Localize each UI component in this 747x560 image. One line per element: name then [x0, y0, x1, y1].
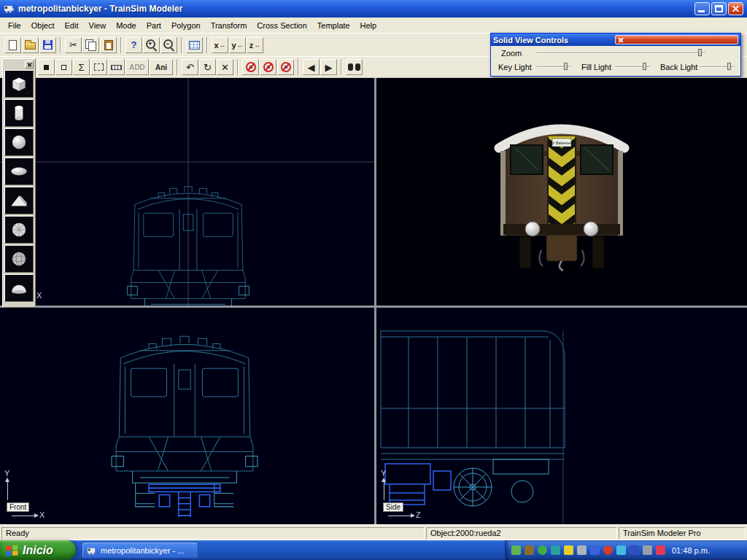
find-button[interactable] [346, 59, 363, 75]
key-light-thumb[interactable] [564, 63, 568, 70]
primitive-geosphere-button[interactable] [4, 216, 34, 244]
primitive-ellipsoid-button[interactable] [4, 158, 34, 185]
dome-icon [9, 279, 29, 298]
menu-cross-section[interactable]: Cross Section [252, 20, 311, 31]
tray-icon-1[interactable] [511, 545, 521, 555]
new-document-icon [9, 40, 17, 50]
tray-icon-3[interactable] [538, 545, 547, 555]
fill-light-thumb[interactable] [643, 63, 646, 70]
menu-help[interactable]: Help [355, 20, 382, 31]
axis-y-button[interactable]: y↔ [229, 37, 246, 53]
measure-button[interactable] [108, 59, 125, 75]
tray-icon-11[interactable] [643, 545, 652, 555]
status-bar: Ready Object:2000:rueda2 TrainSim Modele… [0, 524, 747, 540]
zoom-in-button[interactable]: + [143, 37, 160, 53]
dialog-close-button[interactable] [615, 35, 738, 44]
taskbar-app-label: metropolitanbickyer - ... [101, 546, 184, 555]
primitive-geosphere2-button[interactable] [4, 245, 34, 273]
help-button[interactable]: ? [125, 37, 142, 53]
viewport-top-left-wireframe[interactable]: X [0, 78, 374, 306]
ani-button[interactable]: Ani [150, 59, 173, 75]
close-button[interactable] [728, 2, 743, 15]
wireframe-side-canvas[interactable] [376, 308, 747, 524]
menu-template[interactable]: Template [312, 20, 355, 31]
dialog-titlebar[interactable]: Solid View Controls [491, 34, 740, 46]
lock-z-button[interactable] [277, 59, 294, 75]
primitive-wedge-button[interactable] [4, 187, 34, 214]
tray-icon-4[interactable] [551, 545, 560, 555]
menu-polygon[interactable]: Polygon [166, 20, 206, 31]
grid-button[interactable] [186, 37, 203, 53]
primitives-palette [2, 58, 36, 308]
cut-button[interactable]: ✂ [65, 37, 82, 53]
solid-train-render[interactable]: V Ballester [376, 78, 747, 306]
system-tray: 01:48 p.m. [505, 540, 747, 560]
redo-button[interactable]: ↻ [199, 59, 216, 75]
fill-light-slider[interactable] [615, 63, 650, 71]
scale-icon: ✕ [221, 63, 229, 72]
primitive-sphere-button[interactable] [4, 128, 34, 156]
viewport-front-wireframe[interactable]: Y Front X [0, 308, 374, 524]
open-button[interactable] [22, 37, 39, 53]
taskbar-clock[interactable]: 01:48 p.m. [672, 546, 710, 555]
sigma-button[interactable]: Σ [73, 59, 90, 75]
add-button[interactable]: ADD [125, 59, 149, 75]
tray-icon-6[interactable] [577, 545, 587, 555]
tray-icon-5[interactable] [564, 545, 573, 555]
minimize-button[interactable] [694, 2, 710, 15]
scale-button[interactable]: ✕ [217, 59, 233, 75]
back-light-thumb[interactable] [727, 63, 731, 70]
palette-header[interactable] [3, 59, 35, 70]
solid-view-controls-dialog[interactable]: Solid View Controls Zoom Key Light Fill … [490, 33, 741, 77]
select-rect-button[interactable] [90, 59, 107, 75]
menu-mode[interactable]: Mode [111, 20, 142, 31]
primitive-cylinder-button[interactable] [4, 99, 34, 127]
toolbar-separator [298, 59, 299, 75]
sphere-icon [9, 133, 29, 152]
maximize-button[interactable] [711, 2, 727, 15]
zoom-slider[interactable] [536, 49, 705, 57]
axis-z-button[interactable]: z↔ [247, 37, 263, 53]
zoom-slider-thumb[interactable] [698, 49, 702, 56]
wireframe-front-top-canvas[interactable] [0, 78, 374, 306]
tray-icon-12[interactable] [656, 545, 665, 555]
window-titlebar[interactable]: metropolitanbickyer - TrainSim Modeler [0, 0, 747, 18]
tray-icon-8[interactable] [603, 545, 613, 555]
primitive-dome-button[interactable] [4, 274, 34, 302]
lock-x-button[interactable] [242, 59, 259, 75]
lock-y-button[interactable] [260, 59, 276, 75]
axis-x-icon: x [214, 41, 218, 50]
save-button[interactable] [39, 37, 56, 53]
new-button[interactable] [4, 37, 21, 53]
palette-close-button[interactable] [25, 61, 34, 69]
key-light-slider[interactable] [536, 63, 571, 71]
taskbar-app-button[interactable]: metropolitanbickyer - ... [82, 542, 198, 559]
viewport-solid-render[interactable]: V Ballester [376, 78, 747, 306]
tray-icon-9[interactable] [616, 545, 626, 555]
paste-button[interactable] [100, 37, 117, 53]
copy-button[interactable] [82, 37, 99, 53]
play-button[interactable]: ▶ [320, 59, 337, 75]
viewport-side-wireframe[interactable]: Y Side Z [376, 308, 747, 524]
prev-frame-button[interactable]: ◀ [303, 59, 320, 75]
undo-button[interactable]: ↶ [182, 59, 198, 75]
tray-icon-7[interactable] [590, 545, 600, 555]
menu-file[interactable]: File [3, 20, 26, 31]
menu-view[interactable]: View [84, 20, 112, 31]
tray-icon-10[interactable] [630, 545, 639, 555]
menu-transform[interactable]: Transform [206, 20, 252, 31]
primitive-cube-button[interactable] [4, 70, 34, 98]
headboard-label: V Ballester [552, 141, 572, 145]
menu-object[interactable]: Object [26, 20, 60, 31]
start-button[interactable]: Inicio [0, 540, 76, 560]
menu-part[interactable]: Part [142, 20, 166, 31]
wireframe-front-canvas[interactable] [0, 308, 374, 524]
zoom-out-button[interactable]: − [160, 37, 177, 53]
ani-label: Ani [155, 63, 167, 71]
point-mode-button[interactable] [38, 59, 55, 75]
tray-icon-2[interactable] [525, 545, 534, 555]
back-light-slider[interactable] [700, 63, 735, 71]
axis-x-button[interactable]: x↔ [212, 37, 228, 53]
menu-edit[interactable]: Edit [60, 20, 84, 31]
vertex-mode-button[interactable] [55, 59, 72, 75]
